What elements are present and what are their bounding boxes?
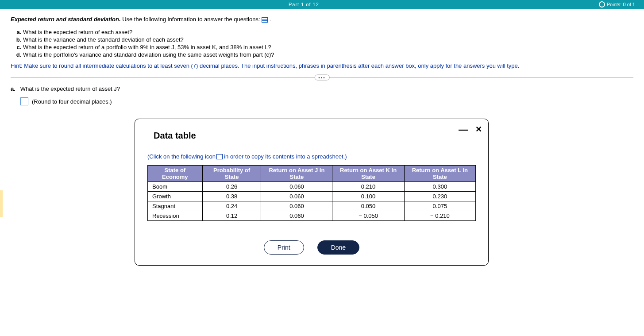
title-tail: . <box>270 16 271 23</box>
expand-ellipsis-button[interactable]: ••• <box>314 74 330 80</box>
part-indicator: Part 1 of 12 <box>9 2 599 7</box>
part-b: What is the variance and the standard de… <box>23 36 633 43</box>
done-button[interactable]: Done <box>317 240 359 255</box>
data-table-modal: — ✕ Data table (Click on the following i… <box>135 119 489 266</box>
question-content: Expected return and standard deviation. … <box>0 9 644 266</box>
hint-text: Hint: Make sure to round all intermediat… <box>11 62 633 69</box>
col-l: Return on Asset L in State <box>404 166 475 182</box>
table-body: Boom 0.26 0.060 0.210 0.300 Growth 0.38 … <box>148 182 476 221</box>
answer-prompt: What is the expected return of asset J? <box>20 85 120 92</box>
table-row: Recession 0.12 0.060 − 0.050 − 0.210 <box>148 211 476 221</box>
divider-wrap: ••• <box>11 77 633 77</box>
answer-prompt-row: a. What is the expected return of asset … <box>11 85 633 92</box>
col-state: State of Economy <box>148 166 203 182</box>
print-button[interactable]: Print <box>264 240 304 255</box>
data-table: State of Economy Probability of State Re… <box>147 165 476 221</box>
instr-pre: (Click on the following icon <box>147 153 217 160</box>
part-a: What is the expected return of each asse… <box>23 29 633 35</box>
answer-input[interactable] <box>20 97 28 105</box>
answer-input-row: (Round to four decimal places.) <box>20 97 633 105</box>
copy-to-spreadsheet-icon[interactable] <box>217 155 223 159</box>
close-icon[interactable]: ✕ <box>475 124 482 134</box>
title-emphasis: Expected return and standard deviation. <box>11 16 121 23</box>
points-circle-icon <box>599 1 605 8</box>
question-title: Expected return and standard deviation. … <box>11 16 633 23</box>
round-hint: (Round to four decimal places.) <box>32 98 112 105</box>
modal-instruction: (Click on the following icon in order to… <box>147 153 476 160</box>
part-d: What is the portfolio's variance and sta… <box>23 51 633 58</box>
minimize-icon[interactable]: — <box>459 127 468 132</box>
modal-title: Data table <box>154 131 476 141</box>
answer-section: a. What is the expected return of asset … <box>11 85 633 105</box>
instr-post: in order to copy its contents into a spr… <box>224 153 347 160</box>
title-rest: Use the following information to answer … <box>122 16 262 23</box>
points-indicator: Points: 0 of 1 <box>599 1 635 8</box>
table-row: Stagnant 0.24 0.060 0.050 0.075 <box>148 201 476 211</box>
top-bar: Part 1 of 12 Points: 0 of 1 <box>0 0 644 9</box>
part-c: What is the expected return of a portfol… <box>23 44 633 50</box>
points-label: Points: 0 of 1 <box>607 2 635 7</box>
table-row: Growth 0.38 0.060 0.100 0.230 <box>148 192 476 201</box>
modal-controls: — ✕ <box>459 124 482 134</box>
col-k: Return on Asset K in State <box>332 166 404 182</box>
side-highlight <box>0 190 3 217</box>
table-header-row: State of Economy Probability of State Re… <box>148 166 476 182</box>
col-prob: Probability of State <box>202 166 261 182</box>
col-j: Return on Asset J in State <box>261 166 332 182</box>
table-row: Boom 0.26 0.060 0.210 0.300 <box>148 182 476 192</box>
data-table-icon[interactable] <box>262 17 268 23</box>
answer-part-label: a. <box>11 85 19 92</box>
modal-buttons: Print Done <box>147 240 476 255</box>
parts-list: What is the expected return of each asse… <box>11 29 633 58</box>
